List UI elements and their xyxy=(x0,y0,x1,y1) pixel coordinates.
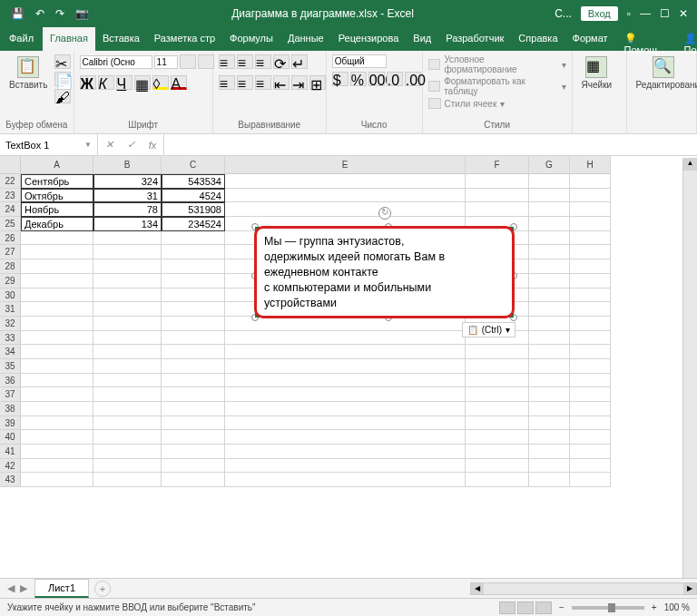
cell[interactable] xyxy=(466,202,529,217)
select-all-corner[interactable] xyxy=(0,156,21,174)
cell[interactable] xyxy=(466,189,529,203)
cell[interactable] xyxy=(529,288,570,303)
vertical-scrollbar[interactable]: ▲ xyxy=(682,158,697,578)
cell[interactable] xyxy=(21,288,93,303)
indent-inc-button[interactable]: ⇥ xyxy=(291,75,308,90)
sheet-nav-prev[interactable]: ◀ xyxy=(7,582,15,594)
cell[interactable] xyxy=(93,331,162,346)
underline-button[interactable]: Ч xyxy=(116,75,133,90)
cell[interactable] xyxy=(529,416,570,431)
cell[interactable] xyxy=(570,245,611,259)
row-header[interactable]: 23 xyxy=(0,189,21,203)
cell[interactable] xyxy=(225,374,466,388)
cell[interactable] xyxy=(466,374,529,388)
enter-fx-button[interactable]: ✓ xyxy=(120,134,142,155)
cell[interactable]: 531908 xyxy=(162,202,225,217)
cell[interactable] xyxy=(93,430,162,445)
tab-format[interactable]: Формат xyxy=(565,27,615,51)
border-button[interactable]: ▦ xyxy=(134,75,151,90)
cell[interactable] xyxy=(529,374,570,388)
cell[interactable] xyxy=(21,374,93,388)
cell[interactable] xyxy=(21,445,93,459)
dec-decimal-button[interactable]: .00 xyxy=(405,72,421,86)
cell[interactable] xyxy=(529,459,570,474)
paste-options-button[interactable]: 📋 (Ctrl) ▾ xyxy=(462,322,515,337)
copy-button[interactable]: 📄 xyxy=(54,72,71,86)
cell[interactable] xyxy=(529,331,570,346)
cell[interactable] xyxy=(529,402,570,416)
cell[interactable] xyxy=(529,274,570,288)
page-break-view-button[interactable] xyxy=(535,601,552,614)
cell[interactable] xyxy=(162,259,225,274)
column-header[interactable]: G xyxy=(529,156,570,174)
cell[interactable] xyxy=(21,459,93,474)
row-header[interactable]: 31 xyxy=(0,302,21,317)
sheet-tab[interactable]: Лист1 xyxy=(34,579,89,598)
cell[interactable] xyxy=(93,317,162,331)
cell[interactable] xyxy=(162,302,225,317)
cell[interactable] xyxy=(570,374,611,388)
save-icon[interactable]: 💾 xyxy=(11,7,25,20)
row-header[interactable]: 35 xyxy=(0,359,21,374)
row-header[interactable]: 40 xyxy=(0,430,21,445)
column-header[interactable]: E xyxy=(225,156,466,174)
cell[interactable] xyxy=(225,430,466,445)
cell[interactable] xyxy=(93,387,162,402)
row-header[interactable]: 39 xyxy=(0,416,21,431)
cell[interactable] xyxy=(529,430,570,445)
align-right-button[interactable]: ≡ xyxy=(255,75,271,90)
cell[interactable] xyxy=(93,374,162,388)
cell[interactable] xyxy=(93,473,162,487)
row-header[interactable]: 30 xyxy=(0,288,21,303)
column-header[interactable]: A xyxy=(21,156,93,174)
cell[interactable] xyxy=(466,459,529,474)
row-header[interactable]: 26 xyxy=(0,231,21,246)
cell[interactable] xyxy=(570,259,611,274)
row-header[interactable]: 29 xyxy=(0,274,21,288)
cell[interactable] xyxy=(93,402,162,416)
cell[interactable] xyxy=(570,387,611,402)
cell[interactable] xyxy=(529,259,570,274)
cut-button[interactable]: ✂ xyxy=(54,54,71,69)
cell[interactable] xyxy=(225,387,466,402)
row-header[interactable]: 32 xyxy=(0,317,21,331)
cell[interactable] xyxy=(162,402,225,416)
row-header[interactable]: 24 xyxy=(0,202,21,217)
textbox-selection[interactable]: Мы — группа энтузиастов, одержимых идеей… xyxy=(255,227,514,318)
cell[interactable] xyxy=(570,202,611,217)
cell[interactable] xyxy=(162,274,225,288)
cell[interactable] xyxy=(225,402,466,416)
help-search[interactable]: 💡 Помощ... xyxy=(615,27,675,51)
cell[interactable] xyxy=(162,345,225,359)
cell[interactable] xyxy=(466,174,529,189)
cell[interactable] xyxy=(225,331,466,346)
cell[interactable] xyxy=(225,359,466,374)
cell[interactable] xyxy=(529,317,570,331)
normal-view-button[interactable] xyxy=(499,601,515,614)
tab-insert[interactable]: Вставка xyxy=(95,27,147,51)
minimize-icon[interactable]: — xyxy=(640,7,651,20)
cell[interactable] xyxy=(162,245,225,259)
paste-button[interactable]: 📋 Вставить xyxy=(5,54,51,92)
tab-review[interactable]: Рецензирова xyxy=(331,27,407,51)
cell[interactable] xyxy=(225,473,466,487)
close-icon[interactable]: ✕ xyxy=(679,7,688,20)
cell[interactable] xyxy=(466,445,529,459)
cell[interactable] xyxy=(570,473,611,487)
align-bot-button[interactable]: ≡ xyxy=(255,54,271,69)
cell[interactable] xyxy=(529,217,570,231)
tab-file[interactable]: Файл xyxy=(0,27,43,51)
signin-button[interactable]: Вход xyxy=(581,6,618,21)
align-center-button[interactable]: ≡ xyxy=(237,75,253,90)
cell[interactable] xyxy=(93,231,162,246)
cell[interactable] xyxy=(570,288,611,303)
cell[interactable] xyxy=(570,459,611,474)
cell[interactable] xyxy=(93,288,162,303)
name-box[interactable]: TextBox 1▼ xyxy=(0,134,98,155)
conditional-format-button[interactable]: Условное форматирование ▾ xyxy=(428,54,566,74)
cell[interactable] xyxy=(570,317,611,331)
font-color-button[interactable]: A xyxy=(171,75,187,90)
tab-layout[interactable]: Разметка стр xyxy=(147,27,222,51)
cell[interactable] xyxy=(570,331,611,346)
cell[interactable] xyxy=(529,174,570,189)
